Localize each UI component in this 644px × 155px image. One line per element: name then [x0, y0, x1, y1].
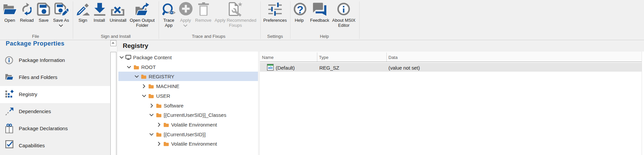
svg-text:ab: ab — [268, 66, 272, 70]
svg-text:?: ? — [297, 4, 304, 16]
